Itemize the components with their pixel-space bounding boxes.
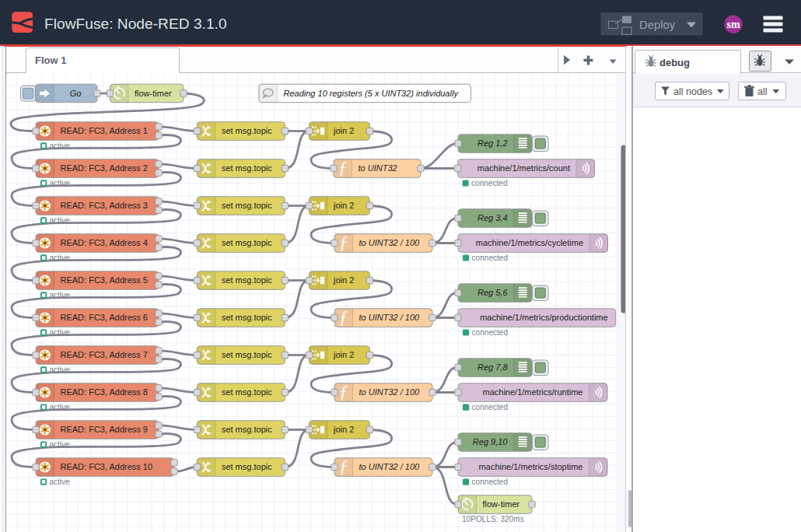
svg-text:active: active	[50, 477, 71, 485]
svg-text:to UINT32 / 100: to UINT32 / 100	[359, 462, 421, 471]
svg-text:READ: FC3, Address 8: READ: FC3, Address 8	[61, 387, 149, 397]
svg-text:READ: FC3, Address 5: READ: FC3, Address 5	[61, 275, 149, 285]
svg-text:machine/1/metrics/productionti: machine/1/metrics/productiontime	[480, 313, 607, 322]
svg-text:Reg 9,10: Reg 9,10	[473, 437, 509, 446]
svg-text:active: active	[50, 141, 71, 149]
svg-text:ƒ: ƒ	[338, 158, 348, 177]
svg-text:ƒ: ƒ	[339, 307, 348, 327]
svg-text:set msg.topic: set msg.topic	[222, 275, 272, 285]
svg-text:active: active	[50, 439, 71, 448]
svg-text:machine/1/metrics/cycletime: machine/1/metrics/cycletime	[476, 238, 583, 247]
svg-text:set msg.topic: set msg.topic	[222, 425, 272, 434]
svg-text:connected: connected	[472, 253, 509, 261]
svg-text:active: active	[50, 327, 71, 336]
svg-text:READ: FC3, Address 9: READ: FC3, Address 9	[61, 425, 149, 434]
svg-text:Reg 3,4: Reg 3,4	[477, 213, 508, 222]
svg-text:READ: FC3, Address 1: READ: FC3, Address 1	[61, 126, 149, 135]
svg-text:all nodes: all nodes	[673, 86, 712, 97]
svg-text:to UINT32: to UINT32	[359, 163, 397, 173]
svg-text:Deploy: Deploy	[639, 19, 676, 31]
svg-text:10POLLS: 320ms: 10POLLS: 320ms	[462, 514, 524, 523]
svg-text:connected: connected	[472, 402, 509, 411]
svg-text:Reg 1,2: Reg 1,2	[477, 138, 508, 148]
svg-text:READ: FC3, Address 10: READ: FC3, Address 10	[61, 462, 153, 471]
svg-text:connected: connected	[472, 477, 509, 485]
svg-text:set msg.topic: set msg.topic	[222, 163, 272, 173]
svg-text:Reading 10 registers (5 x UINT: Reading 10 registers (5 x UINT32) indivi…	[284, 88, 460, 97]
svg-text:set msg.topic: set msg.topic	[222, 126, 272, 135]
svg-text:set msg.topic: set msg.topic	[222, 313, 272, 322]
svg-text:to UINT32 / 100: to UINT32 / 100	[359, 387, 421, 397]
svg-text:set msg.topic: set msg.topic	[222, 350, 272, 359]
svg-text:READ: FC3, Address 3: READ: FC3, Address 3	[61, 201, 149, 210]
svg-text:join 2: join 2	[333, 126, 354, 135]
svg-text:to UINT32 / 100: to UINT32 / 100	[359, 313, 421, 322]
svg-text:set msg.topic: set msg.topic	[222, 238, 272, 247]
svg-text:READ: FC3, Address 7: READ: FC3, Address 7	[61, 350, 149, 359]
svg-text:Reg 5,6: Reg 5,6	[477, 288, 508, 297]
svg-text:set msg.topic: set msg.topic	[222, 201, 272, 210]
svg-text:READ: FC3, Address 6: READ: FC3, Address 6	[61, 313, 149, 322]
svg-text:set msg.topic: set msg.topic	[222, 387, 272, 397]
svg-text:flow-timer: flow-timer	[483, 499, 520, 509]
svg-text:all: all	[757, 86, 768, 97]
svg-text:machine/1/metrics/stoptime: machine/1/metrics/stoptime	[479, 462, 583, 471]
svg-text:active: active	[50, 365, 71, 373]
svg-text:active: active	[50, 290, 71, 299]
svg-text:join 2: join 2	[333, 201, 354, 210]
svg-text:FlowFuse: Node-RED 3.1.0: FlowFuse: Node-RED 3.1.0	[44, 16, 227, 32]
svg-text:active: active	[50, 402, 71, 411]
svg-text:ƒ: ƒ	[339, 457, 348, 476]
svg-text:machine/1/metrics/runtime: machine/1/metrics/runtime	[483, 387, 583, 397]
svg-text:join 2: join 2	[333, 275, 354, 285]
svg-text:sm: sm	[727, 19, 740, 30]
svg-text:Reg 7,8: Reg 7,8	[477, 362, 508, 372]
svg-text:connected: connected	[472, 327, 509, 336]
svg-text:to UINT32 / 100: to UINT32 / 100	[359, 238, 421, 247]
svg-text:active: active	[50, 215, 71, 224]
svg-text:join 2: join 2	[333, 350, 354, 359]
svg-text:READ: FC3, Address 2: READ: FC3, Address 2	[61, 163, 149, 173]
svg-text:connected: connected	[471, 178, 508, 187]
svg-text:machine/1/metrics/count: machine/1/metrics/count	[477, 163, 570, 173]
svg-text:set msg.topic: set msg.topic	[222, 462, 272, 471]
svg-text:active: active	[50, 253, 71, 261]
svg-text:Go: Go	[70, 88, 82, 97]
svg-text:READ: FC3, Address 4: READ: FC3, Address 4	[61, 238, 149, 247]
svg-text:active: active	[50, 178, 71, 187]
svg-text:flow-timer: flow-timer	[135, 88, 172, 97]
svg-text:debug: debug	[659, 56, 690, 68]
svg-text:ƒ: ƒ	[339, 233, 348, 252]
svg-text:ƒ: ƒ	[339, 382, 348, 401]
svg-text:join 2: join 2	[333, 425, 354, 434]
